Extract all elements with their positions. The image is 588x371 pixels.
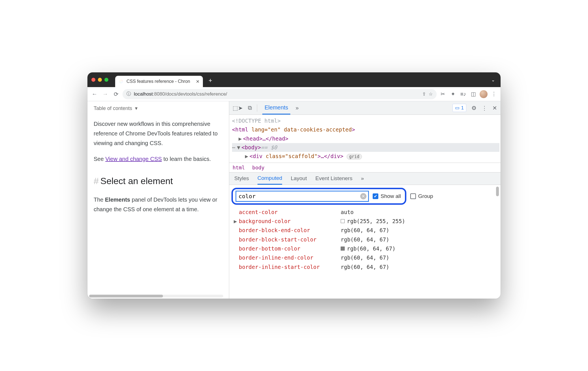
fullscreen-window-button[interactable] [104, 78, 108, 82]
dom-div[interactable]: ▶<div class="scaffold">…</div> grid [232, 152, 499, 161]
bookmark-icon[interactable]: ☆ [429, 91, 433, 97]
devtools-panel: ⬚➤ ⧉ Elements » ▭ 1 ⚙ ⋮ ✕ <!DOCTYPE html… [229, 101, 501, 299]
page-content: Table of contents ▾ Discover new workflo… [87, 101, 229, 299]
reading-list-icon[interactable]: ≡♪ [459, 91, 467, 97]
property-value: rgb(60, 64, 67) [341, 253, 389, 262]
expand-triangle-icon[interactable]: ▶ [234, 217, 239, 226]
omnibox[interactable]: ⓘ localhost:8080/docs/devtools/css/refer… [123, 89, 437, 99]
filter-row: ✕ ✔ Show all Group [229, 185, 501, 208]
color-swatch-icon[interactable] [341, 219, 345, 223]
subtab-computed[interactable]: Computed [257, 172, 282, 185]
see-paragraph: See View and change CSS to learn the bas… [94, 154, 223, 164]
checkbox-checked-icon: ✔ [373, 193, 378, 199]
subtab-event-listeners[interactable]: Event Listeners [315, 172, 352, 185]
content-area: Table of contents ▾ Discover new workflo… [87, 101, 501, 299]
property-name: border-block-start-color [233, 235, 341, 244]
computed-property-row[interactable]: accent-colorauto [233, 208, 501, 217]
tab-elements[interactable]: Elements [262, 101, 290, 115]
toc-toggle[interactable]: Table of contents ▾ [94, 104, 223, 113]
collapse-triangle-icon[interactable]: ▼ [237, 143, 241, 152]
group-checkbox[interactable]: Group [410, 193, 434, 199]
property-value: auto [341, 208, 354, 217]
devtools-toolbar: ⬚➤ ⧉ Elements » ▭ 1 ⚙ ⋮ ✕ [229, 101, 501, 115]
profile-avatar[interactable] [480, 90, 488, 98]
tab-strip: CSS features reference - Chron ✕ + ⌄ [87, 72, 501, 87]
property-name: border-inline-start-color [233, 262, 341, 271]
property-value: rgb(60, 64, 67) [341, 262, 389, 271]
show-all-checkbox[interactable]: ✔ Show all [373, 193, 402, 199]
url-text: localhost:8080/docs/devtools/css/referen… [134, 91, 227, 97]
settings-gear-icon[interactable]: ⚙ [471, 105, 477, 111]
expand-triangle-icon[interactable]: ▶ [245, 152, 250, 161]
tab-title: CSS features reference - Chron [126, 79, 190, 84]
dom-head[interactable]: ▶<head>…</head> [232, 134, 499, 143]
ellipsis-icon[interactable]: ⋯ [232, 143, 236, 152]
kebab-menu-icon[interactable]: ⋮ [482, 105, 487, 111]
window-controls [91, 78, 108, 82]
more-subtabs-icon[interactable]: » [361, 175, 364, 182]
property-value: rgb(60, 64, 67) [341, 244, 396, 253]
computed-property-row[interactable]: border-inline-start-colorrgb(60, 64, 67) [233, 262, 501, 271]
scissors-icon[interactable]: ✂︎ [439, 91, 447, 97]
property-name: border-block-end-color [233, 226, 341, 235]
site-info-icon[interactable]: ⓘ [126, 91, 131, 97]
computed-property-row[interactable]: border-block-end-colorrgb(60, 64, 67) [233, 226, 501, 235]
property-name: ▶background-color [233, 217, 341, 226]
view-change-css-link[interactable]: View and change CSS [105, 156, 162, 162]
computed-property-row[interactable]: border-block-start-colorrgb(60, 64, 67) [233, 235, 501, 244]
close-window-button[interactable] [91, 78, 95, 82]
expand-triangle-icon[interactable]: ▶ [239, 134, 243, 143]
subtab-layout[interactable]: Layout [291, 172, 307, 185]
color-swatch-icon[interactable] [341, 247, 345, 251]
property-value: rgb(60, 64, 67) [341, 235, 389, 244]
property-name: accent-color [233, 208, 341, 217]
styles-subtabs: Styles Computed Layout Event Listeners » [229, 172, 501, 185]
dom-body-selected[interactable]: ⋯ ▼<body> == $0 [232, 143, 499, 152]
close-tab-icon[interactable]: ✕ [196, 79, 199, 84]
dom-tree[interactable]: <!DOCTYPE html> <html lang="en" data-coo… [229, 115, 501, 163]
grid-badge[interactable]: grid [347, 154, 362, 159]
intro-paragraph: Discover new workflows in this comprehen… [94, 119, 223, 148]
more-tabs-icon[interactable]: » [295, 105, 299, 111]
property-value: rgb(255, 255, 255) [341, 217, 405, 226]
body-paragraph: The Elements panel of DevTools lets you … [94, 195, 223, 214]
issues-badge[interactable]: ▭ 1 [452, 104, 466, 112]
dom-doctype: <!DOCTYPE html> [232, 117, 499, 125]
section-heading: # Select an element [94, 173, 223, 189]
filter-input[interactable] [236, 191, 369, 202]
property-value: rgb(60, 64, 67) [341, 226, 389, 235]
chevron-down-icon: ▾ [135, 104, 138, 113]
computed-property-row[interactable]: border-inline-end-colorrgb(60, 64, 67) [233, 253, 501, 262]
browser-window: CSS features reference - Chron ✕ + ⌄ ← →… [87, 72, 501, 299]
extensions-icon[interactable]: ✦ [449, 91, 457, 97]
computed-property-row[interactable]: border-bottom-colorrgb(60, 64, 67) [233, 244, 501, 253]
anchor-hash-icon[interactable]: # [94, 173, 99, 189]
checkbox-unchecked-icon [410, 193, 416, 199]
computed-properties-list: accent-colorauto▶background-colorrgb(255… [229, 208, 501, 299]
property-name: border-inline-end-color [233, 253, 341, 262]
chrome-favicon-icon [119, 79, 124, 84]
browser-menu-icon[interactable]: ⋮ [490, 91, 498, 97]
horizontal-scrollbar[interactable] [89, 295, 223, 297]
back-button[interactable]: ← [90, 91, 99, 97]
vertical-scrollbar[interactable] [496, 187, 499, 196]
clear-filter-icon[interactable]: ✕ [360, 193, 366, 199]
close-devtools-icon[interactable]: ✕ [492, 105, 497, 111]
crumb-body[interactable]: body [252, 165, 264, 171]
tabs-overflow-icon[interactable]: ⌄ [491, 77, 495, 83]
new-tab-button[interactable]: + [209, 77, 212, 84]
side-panel-icon[interactable]: ◫ [469, 91, 477, 97]
device-toolbar-icon[interactable]: ⧉ [248, 105, 252, 111]
dom-html[interactable]: <html lang="en" data-cookies-accepted> [232, 125, 499, 134]
minimize-window-button[interactable] [98, 78, 102, 82]
inspect-element-icon[interactable]: ⬚➤ [233, 105, 243, 111]
share-icon[interactable]: ⇪ [422, 91, 426, 97]
forward-button[interactable]: → [101, 91, 110, 97]
subtab-styles[interactable]: Styles [234, 172, 249, 185]
computed-property-row[interactable]: ▶background-colorrgb(255, 255, 255) [233, 217, 501, 226]
highlight-annotation: ✕ ✔ Show all [231, 188, 406, 205]
chat-icon: ▭ [455, 105, 460, 111]
crumb-html[interactable]: html [233, 165, 245, 171]
browser-tab[interactable]: CSS features reference - Chron ✕ [115, 76, 203, 87]
reload-button[interactable]: ⟳ [112, 91, 120, 98]
